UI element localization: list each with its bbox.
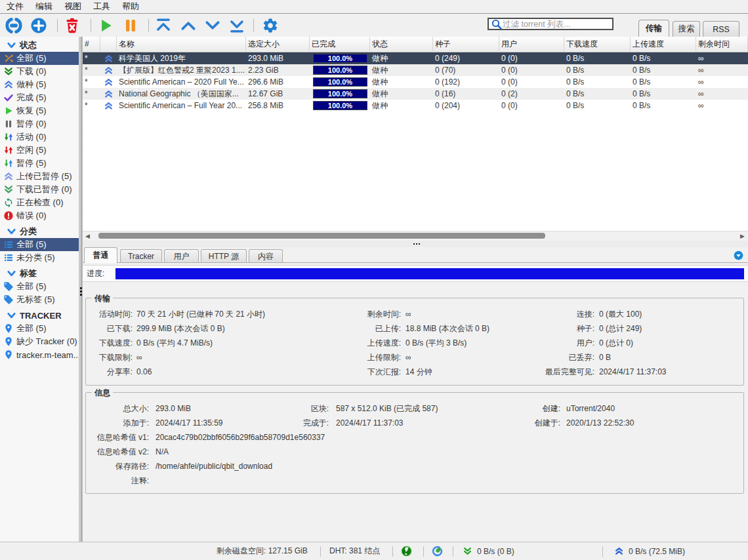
cell-state: 做种 [370, 100, 433, 111]
sidebar-item-label: 缺少 Tracker (0) [16, 336, 77, 348]
sidebar-item[interactable]: 下载 (0) [0, 65, 79, 78]
sidebar-section-title: 分类 [20, 226, 37, 237]
sidebar-section-header[interactable]: 标签 [0, 267, 79, 280]
resume-button[interactable] [97, 17, 114, 34]
sidebar-section-header[interactable]: 状态 [0, 39, 79, 52]
sidebar-item[interactable]: 下载已暂停 (0) [0, 183, 79, 196]
detail-value: /home/ahfei/public/qbit_download [156, 461, 272, 471]
connection-status-icon[interactable] [401, 542, 412, 560]
window-tab-transfers[interactable]: 传输 [638, 20, 669, 37]
sidebar-item[interactable]: 暂停 (0) [0, 117, 79, 130]
tracker-pin-icon [3, 350, 14, 360]
add-torrent-link-button[interactable] [5, 17, 22, 34]
detail-label: 创建: [86, 403, 560, 414]
resume-icon [97, 17, 114, 34]
menu-item[interactable]: 帮助 [116, 0, 145, 13]
window-tab-search[interactable]: 搜索 [673, 21, 700, 37]
column-header[interactable]: 已完成 [310, 37, 370, 52]
horizontal-splitter[interactable] [83, 241, 748, 247]
properties-tab[interactable]: Tracker [120, 249, 162, 263]
transfer-groupbox: 传输 活动时间:70 天 21 小时 (已做种 70 天 21 小时)已下载:2… [85, 298, 744, 386]
cell-peers: 0 (0) [499, 66, 564, 75]
add-torrent-file-button[interactable] [30, 17, 47, 34]
sidebar-item-label: 暂停 (0) [16, 118, 47, 130]
window-tab-rss[interactable]: RSS [703, 21, 739, 37]
cell-num: * [83, 77, 100, 87]
stalled-up-icon [3, 171, 14, 182]
properties-tab[interactable]: 普通 [84, 247, 117, 263]
sidebar-item[interactable]: 未分类 (5) [0, 251, 79, 264]
sidebar-item[interactable]: 完成 (5) [0, 91, 79, 104]
column-header[interactable]: 选定大小 [246, 37, 310, 52]
column-header[interactable]: 种子 [433, 37, 499, 52]
sidebar-item[interactable]: 全部 (5) [0, 52, 79, 65]
sidebar-item[interactable]: 无标签 (5) [0, 293, 79, 306]
properties-tab[interactable]: 用户 [164, 249, 199, 263]
detail-label: 最后完整可见: [86, 367, 594, 377]
progress-row: 进度: [83, 265, 748, 282]
pause-button[interactable] [122, 17, 139, 34]
seeding-icon [100, 89, 117, 99]
move-down-button[interactable] [204, 17, 221, 34]
category-icon [3, 239, 14, 250]
torrent-row[interactable]: *Scientific American – Full Year 20...25… [83, 100, 748, 111]
sidebar-item[interactable]: 恢复 (5) [0, 104, 79, 117]
column-header[interactable]: 状态 [370, 37, 433, 52]
move-bottom-button[interactable] [228, 17, 245, 34]
scrollbar-thumb[interactable] [98, 233, 545, 239]
menu-item[interactable]: 工具 [87, 0, 116, 13]
move-top-icon [155, 17, 172, 34]
seeding-icon [100, 77, 117, 87]
column-header[interactable]: 上传速度 [631, 37, 696, 52]
torrent-row[interactable]: *Scientific American – 2020 Full Ye...29… [83, 76, 748, 88]
torrent-row[interactable]: *科学美国人 2019年293.0 MiB100.0%做种0 (249)0 (0… [83, 52, 748, 64]
sidebar-item[interactable]: 上传已暂停 (5) [0, 170, 79, 183]
move-top-button[interactable] [155, 17, 172, 34]
column-header[interactable]: 下载速度 [564, 37, 631, 52]
sidebar-item[interactable]: 做种 (5) [0, 78, 79, 91]
column-header[interactable]: 用户 [499, 37, 564, 52]
sidebar-item[interactable]: 全部 (5) [0, 322, 79, 335]
cell-eta: ∞ [696, 54, 748, 63]
toolbar-separator [91, 19, 91, 32]
sidebar-section-header[interactable]: 分类 [0, 225, 79, 238]
column-header[interactable] [100, 37, 117, 52]
column-header[interactable]: 名称 [117, 37, 246, 52]
cell-upspeed: 0 B/s [631, 101, 696, 110]
torrent-table: #名称选定大小已完成状态种子用户下载速度上传速度剩余时间 *科学美国人 2019… [83, 37, 748, 231]
menu-item[interactable]: 视图 [58, 0, 87, 13]
alt-speed-icon[interactable] [432, 542, 443, 560]
scroll-right-icon[interactable]: ▶ [740, 233, 745, 239]
sidebar-item[interactable]: 错误 (0) [0, 209, 79, 222]
torrent-row[interactable]: *【扩展版】红色警戒2 重聚2023 1....2.23 GiB100.0%做种… [83, 64, 748, 76]
cell-peers: 0 (0) [499, 77, 564, 87]
options-button[interactable] [262, 17, 279, 34]
cell-upspeed: 0 B/s [631, 77, 696, 87]
sidebar-item[interactable]: 全部 (5) [0, 238, 79, 251]
properties-tab[interactable]: HTTP 源 [201, 249, 247, 263]
cell-eta: ∞ [696, 89, 748, 98]
sidebar-item[interactable]: tracker.m-team.... [0, 348, 79, 361]
sidebar-item[interactable]: 活动 (0) [0, 130, 79, 144]
sidebar-item[interactable]: 正在检查 (0) [0, 196, 79, 209]
menu-item[interactable]: 文件 [1, 0, 30, 13]
torrent-filter-box [488, 18, 613, 30]
sidebar-item[interactable]: 空闲 (5) [0, 144, 79, 157]
transfer-legend: 传输 [92, 293, 113, 304]
move-up-button[interactable] [180, 17, 197, 34]
menu-item[interactable]: 编辑 [30, 0, 58, 13]
sidebar-item[interactable]: 全部 (5) [0, 280, 79, 293]
sidebar-section-header[interactable]: TRACKER [0, 309, 79, 322]
delete-button[interactable] [64, 17, 81, 34]
scroll-left-icon[interactable]: ◀ [85, 233, 91, 239]
detail-value: 0 B [599, 352, 611, 363]
torrent-row[interactable]: *National Geographic （美国国家...12.67 GiB10… [83, 88, 748, 100]
properties-tab[interactable]: 内容 [249, 249, 283, 263]
column-header[interactable]: # [83, 37, 100, 52]
sidebar-item[interactable]: 暂停 (5) [0, 157, 79, 170]
sidebar-item[interactable]: 缺少 Tracker (0) [0, 335, 79, 348]
collapse-pane-button[interactable] [734, 250, 743, 260]
column-header[interactable]: 剩余时间 [696, 37, 748, 52]
horizontal-scrollbar[interactable]: ◀ ▶ [83, 231, 748, 240]
torrent-filter-input[interactable] [503, 20, 612, 29]
